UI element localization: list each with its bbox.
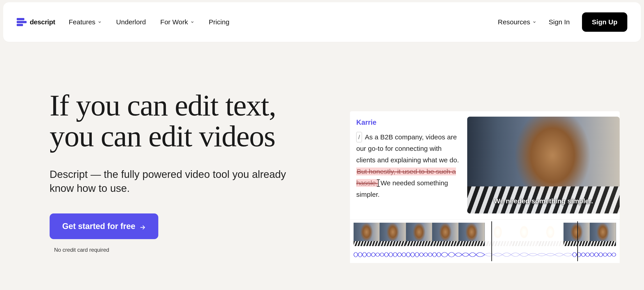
timeline-thumb-deleted[interactable] (511, 223, 537, 246)
waveform-segment (354, 250, 397, 260)
signin-link[interactable]: Sign In (548, 18, 570, 26)
timeline-thumb[interactable] (590, 223, 616, 246)
timeline-marker[interactable] (577, 221, 578, 261)
transcript-before: As a B2B company, videos are our go-to f… (356, 133, 459, 164)
nav-label: Resources (498, 18, 530, 26)
timeline-waveform (354, 250, 616, 260)
nav-label: Pricing (209, 18, 230, 26)
transcript[interactable]: Karrie / As a B2B company, videos are ou… (356, 117, 460, 213)
nav-item-features[interactable]: Features (69, 18, 102, 26)
nav-item-underlord[interactable]: Underlord (116, 18, 146, 26)
timeline-thumb-deleted[interactable] (485, 223, 511, 246)
navbar: descript Features Underlord For Work Pri… (3, 2, 641, 42)
video-preview[interactable]: We needed something simpler. (467, 117, 620, 213)
text-cursor-icon (378, 179, 378, 187)
timeline-thumb[interactable] (354, 223, 380, 246)
nav-right: Resources Sign In Sign Up (498, 12, 627, 32)
cta-button[interactable]: Get started for free (50, 213, 158, 239)
timeline-thumb[interactable] (406, 223, 432, 246)
waveform-segment (397, 250, 441, 260)
timeline-marker[interactable] (491, 221, 492, 261)
timeline-thumb[interactable] (564, 223, 590, 246)
signup-button[interactable]: Sign Up (582, 12, 627, 32)
nav-label: Underlord (116, 18, 146, 26)
transcript-text: / As a B2B company, videos are our go-to… (356, 131, 460, 200)
timeline-thumb[interactable] (432, 223, 458, 246)
nav-label: Sign In (548, 18, 570, 26)
timeline-thumb[interactable] (459, 223, 485, 246)
speaker-name: Karrie (356, 117, 460, 129)
chevron-down-icon (532, 20, 536, 24)
chevron-down-icon (190, 20, 194, 24)
slash-command-icon: / (356, 132, 362, 142)
nav-label: Features (69, 18, 96, 26)
nav-item-for-work[interactable]: For Work (160, 18, 194, 26)
hero-headline: If you can edit text, you can edit video… (50, 90, 334, 151)
demo-panel: Karrie / As a B2B company, videos are ou… (350, 111, 620, 263)
nav-links: Features Underlord For Work Pricing (69, 18, 230, 26)
video-caption: We needed something simpler. (467, 197, 620, 205)
button-label: Sign Up (592, 18, 618, 26)
timeline-thumbnails (354, 223, 616, 246)
waveform-segment (572, 250, 616, 260)
logo-text: descript (30, 18, 55, 26)
hero: If you can edit text, you can edit video… (50, 90, 334, 253)
nav-label: For Work (160, 18, 188, 26)
logo[interactable]: descript (17, 17, 55, 27)
nav-item-resources[interactable]: Resources (498, 18, 536, 26)
headline-line-2: you can edit videos (50, 120, 275, 153)
cta-disclaimer: No credit card required (54, 247, 334, 253)
timeline-thumb-deleted[interactable] (537, 223, 564, 246)
nav-item-pricing[interactable]: Pricing (209, 18, 230, 26)
cta-label: Get started for free (62, 222, 135, 231)
hero-subhead: Descript — the fully powered video tool … (50, 167, 298, 195)
timeline-thumb[interactable] (380, 223, 406, 246)
headline-line-1: If you can edit text, (50, 89, 276, 122)
waveform-segment-deleted (528, 250, 572, 260)
demo-top: Karrie / As a B2B company, videos are ou… (350, 111, 620, 213)
chevron-down-icon (98, 20, 102, 24)
timeline[interactable] (350, 219, 620, 263)
arrow-right-icon (139, 223, 146, 229)
logo-mark-icon (17, 17, 26, 27)
waveform-segment (441, 250, 485, 260)
